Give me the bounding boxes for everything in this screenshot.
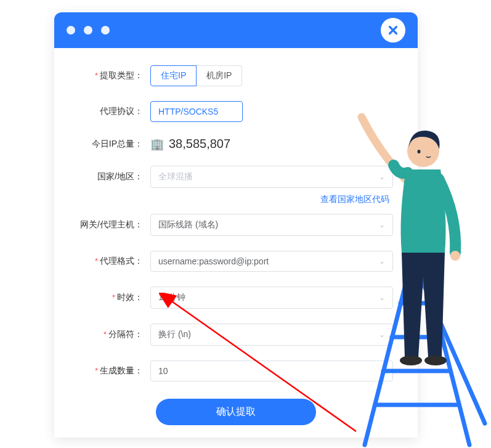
gateway-control: 国际线路 (域名) ⌄ — [150, 214, 393, 236]
titlebar-dot — [101, 26, 110, 35]
gateway-select[interactable]: 国际线路 (域名) ⌄ — [150, 214, 393, 236]
required-mark: * — [95, 71, 98, 80]
label-duration: *时效： — [79, 292, 150, 303]
separator-value: 换行 (\n) — [158, 329, 191, 340]
titlebar — [54, 12, 418, 48]
label-gateway: 网关/代理主机： — [79, 219, 150, 230]
separator-control: 换行 (\n) ⌄ — [150, 324, 393, 346]
required-mark: * — [95, 366, 98, 375]
required-mark: * — [103, 330, 107, 339]
ip-total-display: 🏢 38,585,807 — [150, 137, 393, 151]
view-country-code-link[interactable]: 查看国家地区代码 — [320, 194, 389, 205]
label-protocol: 代理协议： — [79, 106, 150, 117]
config-window: *提取类型： 住宅IP 机房IP 代理协议： HTTP/SOCKS5 今日IP总… — [54, 12, 418, 438]
label-extract-type: *提取类型： — [79, 70, 150, 81]
tab-datacenter-ip[interactable]: 机房IP — [197, 65, 242, 86]
chevron-down-icon: ⌄ — [379, 293, 385, 302]
country-select[interactable]: 全球混播 ⌄ — [150, 166, 393, 188]
duration-control: 10分钟 ⌄ — [150, 287, 393, 309]
row-country: 国家/地区： 全球混播 ⌄ — [79, 166, 393, 188]
label-ip-total: 今日IP总量： — [79, 139, 150, 150]
chevron-down-icon: ⌄ — [379, 221, 385, 229]
titlebar-dot — [84, 26, 92, 35]
building-icon: 🏢 — [150, 137, 164, 151]
row-protocol: 代理协议： HTTP/SOCKS5 — [79, 101, 393, 122]
count-input[interactable] — [150, 360, 393, 381]
required-mark: * — [112, 293, 115, 302]
country-control: 全球混播 ⌄ — [150, 166, 393, 188]
required-mark: * — [95, 256, 98, 266]
label-country: 国家/地区： — [79, 171, 150, 182]
titlebar-dots — [67, 26, 110, 35]
format-value: username:password@ip:port — [158, 256, 269, 266]
submit-row: 确认提取 — [79, 399, 393, 425]
row-count: *生成数量： — [79, 360, 393, 381]
label-format: *代理格式： — [79, 256, 150, 267]
row-extract-type: *提取类型： 住宅IP 机房IP — [79, 65, 393, 86]
row-separator: *分隔符： 换行 (\n) ⌄ — [79, 324, 393, 346]
duration-select[interactable]: 10分钟 ⌄ — [150, 287, 393, 309]
row-format: *代理格式： username:password@ip:port ⌄ — [79, 251, 393, 272]
protocol-value: HTTP/SOCKS5 — [158, 107, 218, 116]
ip-total-value: 38,585,807 — [169, 137, 230, 151]
titlebar-dot — [67, 26, 75, 35]
svg-point-11 — [450, 251, 460, 261]
svg-line-8 — [420, 277, 485, 423]
row-duration: *时效： 10分钟 ⌄ — [79, 287, 393, 309]
close-button[interactable] — [381, 18, 405, 43]
chevron-down-icon: ⌄ — [379, 330, 385, 339]
row-ip-total: 今日IP总量： 🏢 38,585,807 — [79, 137, 393, 151]
close-icon — [386, 23, 400, 37]
protocol-control: HTTP/SOCKS5 — [150, 101, 393, 122]
svg-line-3 — [426, 275, 469, 445]
label-separator: *分隔符： — [79, 329, 150, 340]
submit-button[interactable]: 确认提取 — [156, 399, 316, 425]
country-placeholder: 全球混播 — [158, 171, 193, 182]
row-gateway: 网关/代理主机： 国际线路 (域名) ⌄ — [79, 214, 393, 236]
duration-value: 10分钟 — [158, 292, 185, 303]
format-select[interactable]: username:password@ip:port ⌄ — [150, 251, 393, 272]
format-control: username:password@ip:port ⌄ — [150, 251, 393, 272]
separator-select[interactable]: 换行 (\n) ⌄ — [150, 324, 393, 346]
chevron-down-icon: ⌄ — [379, 257, 385, 266]
svg-point-10 — [418, 150, 421, 153]
extract-form: *提取类型： 住宅IP 机房IP 代理协议： HTTP/SOCKS5 今日IP总… — [54, 48, 418, 438]
gateway-value: 国际线路 (域名) — [158, 219, 218, 230]
chevron-down-icon: ⌄ — [379, 173, 385, 181]
extract-type-group: 住宅IP 机房IP — [150, 65, 393, 86]
tab-residential-ip[interactable]: 住宅IP — [150, 65, 197, 86]
country-code-link-row: 查看国家地区代码 — [79, 194, 393, 205]
count-control — [150, 360, 393, 381]
protocol-select[interactable]: HTTP/SOCKS5 — [150, 101, 243, 122]
svg-point-13 — [424, 356, 447, 365]
label-count: *生成数量： — [79, 365, 150, 377]
